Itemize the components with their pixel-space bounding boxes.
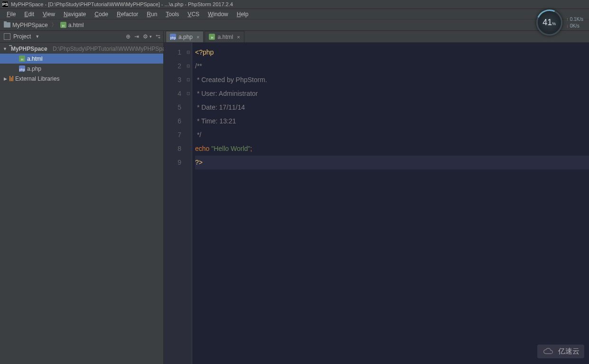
editor-body[interactable]: 123456789 ⊟⊟⊡⊡ <?php/** * Created by Php…	[164, 43, 589, 364]
menu-window[interactable]: Window	[204, 10, 232, 19]
project-sidebar: Project ▼ ⊕ ⇥ ⚙▾ ⥃ ▼ MyPHPSpace D:\PhpSt…	[0, 31, 164, 364]
watermark: 亿速云	[537, 345, 584, 358]
external-libraries-label: External Libraries	[15, 75, 59, 82]
hud-upload: 0.1K/s	[566, 16, 583, 23]
app-logo-icon: PS	[2, 1, 9, 8]
code-area[interactable]: <?php/** * Created by PhpStorm. * User: …	[192, 43, 589, 364]
menu-code[interactable]: Code	[91, 10, 112, 19]
editor-tab[interactable]: phpa.php×	[166, 31, 204, 42]
menu-refactor[interactable]: Refactor	[113, 10, 142, 19]
menu-tools[interactable]: Tools	[162, 10, 183, 19]
menu-navigate[interactable]: Navigate	[60, 10, 90, 19]
editor-tabs: phpa.php×Ha.html×	[164, 31, 589, 43]
close-icon[interactable]: ×	[237, 34, 240, 40]
html-file-icon: H	[19, 56, 25, 62]
project-path: D:\PhpStudy\PHPTutorial\WWW\MyPHPSpace	[53, 46, 171, 52]
cloud-icon	[542, 347, 555, 356]
tree-file[interactable]: Ha.html	[0, 54, 163, 64]
caret-down-icon: ▼	[3, 47, 7, 51]
php-file-icon: php	[19, 65, 25, 72]
tree-file-label: a.php	[27, 65, 41, 72]
menu-bar: FileEditViewNavigateCodeRefactorRunTools…	[0, 9, 589, 19]
tab-label: a.php	[178, 34, 193, 40]
editor-area: phpa.php×Ha.html× 123456789 ⊟⊟⊡⊡ <?php/*…	[164, 31, 589, 364]
breadcrumb: MyPHPSpace 〉 H a.html	[0, 19, 589, 31]
editor-tab[interactable]: Ha.html×	[205, 31, 244, 42]
tree-project-root[interactable]: ▼ MyPHPSpace D:\PhpStudy\PHPTutorial\WWW…	[0, 44, 163, 54]
menu-run[interactable]: Run	[143, 10, 161, 19]
html-file-icon: H	[209, 34, 215, 40]
close-icon[interactable]: ×	[196, 34, 199, 40]
hud-gauge: 41%	[536, 9, 562, 36]
watermark-text: 亿速云	[558, 347, 580, 356]
tree-external-libraries[interactable]: ▶ External Libraries	[0, 74, 163, 84]
fold-column: ⊟⊟⊡⊡	[185, 43, 192, 364]
title-bar: PS MyPHPSpace - [D:\PhpStudy\PHPTutorial…	[0, 0, 589, 9]
menu-file[interactable]: File	[3, 10, 19, 19]
menu-help[interactable]: Help	[233, 10, 252, 19]
gear-icon[interactable]: ⚙▾	[143, 33, 152, 40]
html-file-icon: H	[60, 22, 66, 28]
collapse-icon[interactable]: ⇥	[134, 33, 139, 40]
libraries-icon	[9, 76, 13, 81]
project-view-icon	[4, 33, 10, 40]
chevron-right-icon: 〉	[51, 21, 57, 29]
caret-right-icon: ▶	[3, 76, 8, 81]
menu-vcs[interactable]: VCS	[184, 10, 203, 19]
hud-percent: 41	[542, 18, 552, 27]
project-tree: ▼ MyPHPSpace D:\PhpStudy\PHPTutorial\WWW…	[0, 43, 163, 84]
tree-file[interactable]: phpa.php	[0, 64, 163, 74]
sidebar-title[interactable]: Project	[13, 33, 31, 40]
sidebar-toolbar: ⊕ ⇥ ⚙▾ ⥃	[126, 33, 160, 40]
php-file-icon: php	[170, 34, 176, 40]
window-title: MyPHPSpace - [D:\PhpStudy\PHPTutorial\WW…	[11, 1, 233, 7]
locate-icon[interactable]: ⊕	[126, 33, 131, 40]
breadcrumb-root-label: MyPHPSpace	[12, 22, 48, 28]
breadcrumb-file[interactable]: H a.html	[60, 22, 84, 28]
hide-icon[interactable]: ⥃	[156, 33, 160, 40]
folder-icon	[4, 22, 10, 28]
breadcrumb-file-label: a.html	[68, 22, 84, 28]
line-gutter: 123456789	[164, 43, 185, 364]
menu-view[interactable]: View	[39, 10, 59, 19]
project-name: MyPHPSpace	[11, 46, 47, 52]
sidebar-header: Project ▼ ⊕ ⇥ ⚙▾ ⥃	[0, 31, 163, 43]
network-hud: 41% 0.1K/s 0K/s	[536, 9, 583, 36]
menu-edit[interactable]: Edit	[20, 10, 38, 19]
tab-label: a.html	[217, 34, 233, 40]
breadcrumb-root[interactable]: MyPHPSpace	[4, 22, 48, 28]
tree-file-label: a.html	[27, 56, 43, 62]
chevron-down-icon[interactable]: ▼	[35, 34, 39, 39]
hud-download: 0K/s	[566, 23, 583, 29]
